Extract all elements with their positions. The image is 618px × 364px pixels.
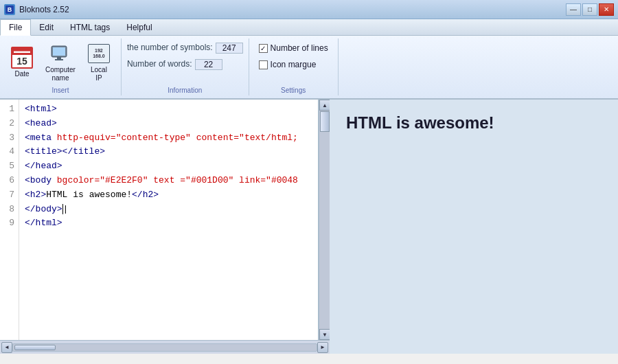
scroll-up-button[interactable]: ▲ [319,100,330,111]
insert-local-ip-label: LocalIP [91,66,107,82]
line-number: 3 [4,131,14,146]
settings-group-label: Settings [281,87,306,94]
insert-computer-name-button[interactable]: Computername [41,40,80,85]
editor-scrollbar-vertical[interactable]: ▲ ▼ [319,100,330,340]
code-line-4: <title></title> [25,145,312,159]
line-number: 6 [4,174,14,188]
code-line-2: <head> [25,117,312,131]
code-editor[interactable]: <html> <head> <meta http-equiv="content-… [19,100,318,340]
line-number: 5 [4,159,14,174]
icon-margue-checkbox[interactable] [259,60,268,69]
symbols-row: the number of symbols: 247 [127,43,243,54]
insert-date-button[interactable]: ▬▬▬ 15 Date [5,44,38,81]
insert-computer-name-label: Computername [45,66,76,82]
date-icon-day: 15 [12,55,32,66]
scroll-track[interactable] [319,111,330,329]
number-of-lines-checkbox[interactable]: ✓ [259,44,268,53]
icon-margue-label: Icon margue [271,60,317,69]
scrollbar-thumb[interactable] [14,345,56,350]
code-line-3: <meta http-equiv="content-type" content=… [25,131,312,146]
window-title: Bloknots 2.52 [19,5,69,14]
titlebar: B Bloknots 2.52 — □ ✕ [0,0,618,19]
code-line-6: <body bgcolor="#E2E2F0" text ="#001D00" … [25,174,312,188]
code-line-1: <html> [25,102,312,117]
svg-rect-4 [57,57,61,59]
number-of-lines-option[interactable]: ✓ Number of lines [259,43,328,53]
words-label: Number of words: [127,59,192,70]
line-number: 4 [4,145,14,159]
menu-file[interactable]: File [0,19,31,36]
line-number: 8 [4,203,14,217]
information-group-label: Information [168,87,202,94]
app-icon: B [4,4,15,15]
symbols-value: 247 [216,43,243,54]
editor-wrapper: 1 2 3 4 5 6 7 8 9 <html> <head> <meta ht… [0,100,330,354]
ribbon-group-insert: ▬▬▬ 15 Date Computername [0,38,122,95]
code-line-7: <h2>HTML is awesome!</h2> [25,188,312,203]
menu-helpful[interactable]: Helpful [118,19,160,35]
menu-edit[interactable]: Edit [31,19,62,35]
number-of-lines-label: Number of lines [271,43,328,53]
ribbon-group-information: the number of symbols: 247 Number of wor… [122,38,249,95]
local-ip-icon: 192168.0 [88,44,110,63]
scroll-thumb[interactable] [320,111,330,132]
preview-pane: HTML is awesome! [330,100,618,354]
code-line-9: </html> [25,216,312,231]
close-button[interactable]: ✕ [599,3,614,16]
line-number: 2 [4,117,14,131]
scroll-down-button[interactable]: ▼ [319,329,330,340]
editor-pane[interactable]: 1 2 3 4 5 6 7 8 9 <html> <head> <meta ht… [0,100,319,340]
insert-local-ip-button[interactable]: 192168.0 LocalIP [82,40,115,85]
menu-html-tags[interactable]: HTML tags [62,19,118,35]
icon-margue-option[interactable]: Icon margue [259,60,317,69]
editor-scrollbar-horizontal[interactable]: ◄ ► [0,340,330,354]
window-controls: — □ ✕ [566,3,614,16]
line-numbers: 1 2 3 4 5 6 7 8 9 [0,100,19,340]
words-row: Number of words: 22 [127,59,222,70]
scrollbar-track[interactable] [12,343,317,352]
main-content: 1 2 3 4 5 6 7 8 9 <html> <head> <meta ht… [0,100,618,354]
words-value: 22 [195,59,222,70]
minimize-button[interactable]: — [566,3,581,16]
line-number: 9 [4,216,14,231]
computer-icon [49,43,71,65]
menubar: File Edit HTML tags Helpful [0,19,618,36]
symbols-label: the number of symbols: [127,43,213,54]
svg-text:B: B [8,6,12,13]
maximize-button[interactable]: □ [582,3,597,16]
scroll-left-button[interactable]: ◄ [1,342,12,353]
editor-and-scroll: 1 2 3 4 5 6 7 8 9 <html> <head> <meta ht… [0,100,330,340]
code-line-8: </body>| [25,203,312,217]
insert-date-label: Date [14,70,29,78]
code-line-5: </head> [25,159,312,174]
ribbon-group-settings: ✓ Number of lines Icon margue Settings [249,38,339,95]
line-number: 1 [4,102,14,117]
svg-rect-3 [53,47,65,56]
insert-group-label: Insert [52,87,69,94]
scroll-right-button[interactable]: ► [317,342,328,353]
date-icon-month: ▬▬▬ [12,48,32,55]
svg-rect-5 [55,59,63,60]
date-icon: ▬▬▬ 15 [11,47,33,69]
line-number: 7 [4,188,14,203]
ribbon: ▬▬▬ 15 Date Computername [0,36,618,100]
preview-heading: HTML is awesome! [346,113,602,133]
